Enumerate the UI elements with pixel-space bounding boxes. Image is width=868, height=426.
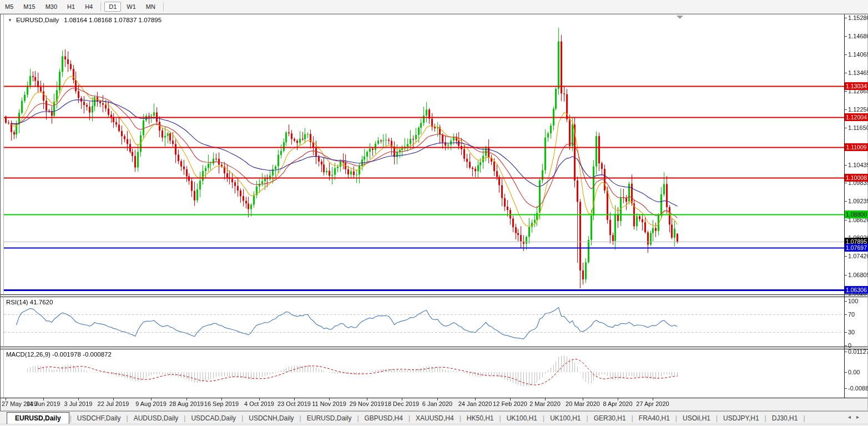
price-line-label: 1.13034 [845,82,868,90]
price-axis-tick: 1.11650 [848,124,868,131]
symbol-tabbar: EURUSD,Daily|USDCHF,Daily|AUDUSD,Daily|U… [0,411,868,424]
toolbar-separator [100,2,101,11]
symbol-tab-fra40-h1[interactable]: FRA40,H1 [634,413,675,424]
price-line-label: 1.06306 [845,286,868,294]
chart-title: ▼ EURUSD,Daily 1.08164 1.08168 1.07837 1… [8,17,162,23]
date-axis-label: 2 Mar 2020 [529,400,561,407]
symbol-tab-audusd-daily[interactable]: AUDUSD,Daily [129,413,184,424]
date-axis-label: 24 Jan 2020 [458,400,492,407]
rsi-axis-tick: 70 [848,311,855,318]
symbol-tab-eurusd-daily[interactable]: EURUSD,Daily [7,412,69,424]
date-axis-label: 20 Mar 2020 [566,400,600,407]
price-line-label: 1.08800 [845,211,868,218]
chart-ohlc-quotes: 1.08164 1.08168 1.07837 1.07895 [64,17,162,23]
price-line-label: 1.07697 [845,244,868,252]
symbol-tab-dj30-h1[interactable]: DJ30,H1 [767,413,803,424]
symbol-tab-hk50-h1[interactable]: HK50,H1 [462,413,499,424]
date-axis-label: 4 Oct 2019 [244,400,274,407]
tab-separator: | [803,413,805,424]
rsi-indicator-label: RSI(14) 41.7620 [6,299,53,305]
macd-indicator-label: MACD(12,26,9) -0.001978 -0.000872 [6,351,112,358]
symbol-tab-eurusd-daily[interactable]: EURUSD,Daily [302,413,357,424]
date-axis-label: 18 Dec 2019 [385,400,419,407]
date-axis-label: 12 Feb 2020 [493,400,527,407]
date-axis-label: 6 Jan 2020 [422,400,452,407]
date-axis-label: 16 Sep 2019 [204,400,239,407]
price-line-label: 1.11009 [845,143,868,151]
chart-symbol-period: EURUSD,Daily [16,17,59,23]
timeframe-button-m5[interactable]: M5 [1,2,18,12]
macd-axis-tick: 0.011277 [848,348,868,355]
date-axis-label: 27 Apr 2020 [636,400,669,407]
price-axis-tick: 1.09235 [848,198,868,204]
timeframe-toolbar: M5M15M30H1H4D1W1MN [0,0,868,14]
price-axis-tick: 1.14680 [848,33,868,39]
symbol-tab-usdcnh-daily[interactable]: USDCNH,Daily [244,413,299,424]
timeframe-button-d1[interactable]: D1 [104,2,121,12]
price-axis-tick: 1.06805 [848,272,868,278]
date-axis-label: 28 Aug 2019 [169,400,204,407]
symbol-tab-uk100-h1[interactable]: UK100,H1 [545,413,586,424]
date-axis-label: 29 Nov 2019 [350,400,384,407]
date-axis-label: 3 Jul 2019 [64,400,93,407]
tab-scroll-left-icon[interactable]: ◂ [848,414,856,420]
chart-dropdown-icon[interactable]: ▼ [8,18,12,23]
price-line-label: 1.10008 [845,174,868,182]
date-axis-label: 9 Aug 2019 [135,400,166,407]
mt4-window: M5M15M30H1H4D1W1MN ▼ EURUSD,Daily 1.0816… [0,0,868,426]
tab-scroll-right-icon[interactable]: ▸ [856,414,865,420]
toolbar-separator [163,2,164,11]
symbol-tab-xauusd-h4[interactable]: XAUUSD,H4 [411,413,459,424]
price-axis-tick: 1.10435 [848,162,868,168]
tab-scroll-arrows: ◂▸ [848,414,865,420]
timeframe-button-h1[interactable]: H1 [63,2,79,12]
rsi-axis-tick: 30 [848,329,855,335]
price-axis-tick: 1.15280 [848,14,868,21]
date-axis-label: 8 Apr 2020 [603,400,632,407]
timeframe-button-m15[interactable]: M15 [19,2,39,12]
rsi-axis-tick: 100 [848,298,858,304]
price-line-label: 1.12004 [845,113,868,121]
chart-canvas[interactable] [0,0,868,426]
macd-axis-tick: -0.008845 [848,385,868,392]
timeframe-button-mn[interactable]: MN [142,2,160,12]
symbol-tab-uk100-h1[interactable]: UK100,H1 [502,413,542,424]
price-axis-tick: 1.12250 [848,106,868,113]
price-axis-tick: 1.13465 [848,69,868,76]
timeframe-button-h4[interactable]: H4 [80,2,97,12]
symbol-tab-ger30-h1[interactable]: GER30,H1 [589,413,631,424]
price-axis-tick: 1.14065 [848,51,868,58]
date-axis-label: 23 Oct 2019 [277,400,311,407]
date-axis-label: 11 Nov 2019 [312,400,346,407]
price-axis-tick: 1.07420 [848,253,868,259]
macd-axis-tick: 0.00 [848,369,860,375]
symbol-tab-usdjpy-h1[interactable]: USDJPY,H1 [718,413,764,424]
symbol-tab-usdcad-daily[interactable]: USDCAD,Daily [186,413,241,424]
symbol-tab-usdchf-daily[interactable]: USDCHF,Daily [72,413,126,424]
date-axis-label: 14 Jun 2019 [27,400,60,407]
date-axis-label: 22 Jul 2019 [98,400,129,407]
timeframe-button-m30[interactable]: M30 [41,2,62,12]
symbol-tab-gbpusd-h4[interactable]: GBPUSD,H4 [360,413,408,424]
timeframe-button-w1[interactable]: W1 [122,2,140,12]
symbol-tab-usoil-h1[interactable]: USOil,H1 [678,413,715,424]
